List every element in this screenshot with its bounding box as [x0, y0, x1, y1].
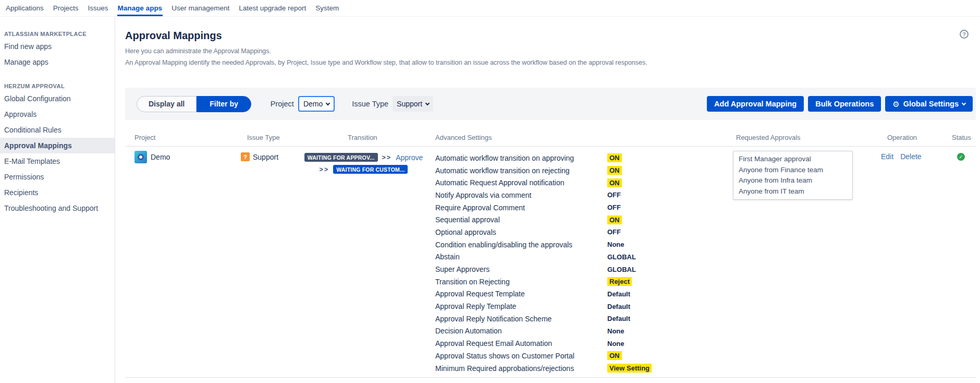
setting-label: Condition enabling/disabling the approva… [435, 241, 607, 249]
add-approval-mapping-button[interactable]: Add Approval Mapping [707, 96, 804, 112]
sidebar-item-troubleshooting[interactable]: Troubleshooting and Support [0, 200, 115, 216]
project-cell: Demo [125, 151, 239, 374]
issue-type-support-icon: ? [241, 152, 250, 161]
display-all-button[interactable]: Display all [137, 96, 197, 112]
approval-mappings-table: Project Issue Type Transition Advanced S… [125, 134, 976, 378]
help-icon[interactable]: ? [960, 30, 969, 39]
setting-value: ON [607, 166, 622, 175]
nav-item-issues[interactable]: Issues [83, 0, 113, 16]
setting-value: Default [607, 303, 630, 310]
advanced-settings-cell: Automatic workflow transition on approvi… [435, 151, 730, 374]
project-select[interactable]: Demo [298, 96, 335, 112]
project-name: Demo [151, 151, 170, 163]
issue-type-filter-label: Issue Type [352, 100, 388, 108]
chevron-down-icon [962, 101, 966, 105]
setting-label: Approval Request Template [435, 290, 607, 298]
sidebar-item-manage-apps[interactable]: Manage apps [0, 54, 115, 70]
setting-value: GLOBAL [607, 266, 636, 273]
table-row: Demo ? Support WAITING FOR APPROV... >> … [125, 147, 976, 378]
sidebar-item-approvals[interactable]: Approvals [0, 106, 115, 122]
chevron-down-icon [425, 101, 430, 105]
col-header-project: Project [125, 134, 239, 142]
requested-approval-item: Anyone from Infra team [739, 175, 847, 186]
page-description-line2: An Approval Mapping identify the needed … [125, 57, 976, 68]
sidebar-item-conditional-rules[interactable]: Conditional Rules [0, 122, 115, 138]
setting-value: ON [607, 216, 622, 224]
transition-cell: WAITING FOR APPROV... >> Approve >> WAIT… [292, 151, 435, 374]
operation-cell: Edit Delete [876, 151, 938, 374]
table-header-row: Project Issue Type Transition Advanced S… [125, 134, 976, 147]
project-avatar [134, 151, 147, 163]
nav-item-applications[interactable]: Applications [1, 0, 48, 16]
nav-item-user-management[interactable]: User management [167, 0, 234, 16]
nav-item-system[interactable]: System [311, 0, 344, 16]
sidebar-item-find-new-apps[interactable]: Find new apps [0, 39, 115, 54]
nav-item-manage-apps[interactable]: Manage apps [113, 0, 167, 16]
col-header-requested-approvals: Requested Approvals [730, 134, 876, 142]
sidebar-item-approval-mappings[interactable]: Approval Mappings [0, 138, 115, 153]
setting-label: Sequential approval [435, 216, 607, 224]
requested-approvals-box: First Manager approval Anyone from Finan… [733, 151, 853, 200]
setting-label: Optional approvals [435, 228, 607, 236]
requested-approval-item: Anyone from Finance team [739, 165, 847, 176]
issue-type-select-value: Support [397, 100, 422, 108]
status-badge-waiting-for-approval: WAITING FOR APPROV... [304, 153, 378, 162]
issue-type-select[interactable]: Support [393, 96, 433, 112]
global-settings-label: Global Settings [903, 100, 959, 108]
setting-label: Automatic workflow transition on rejecti… [435, 166, 607, 175]
sidebar-item-email-templates[interactable]: E-Mail Templates [0, 153, 115, 169]
setting-label: Minimum Required approbations/rejections [435, 364, 607, 373]
setting-label: Notify Approvals via comment [435, 191, 607, 199]
setting-label: Require Approval Comment [435, 204, 607, 212]
filter-by-button[interactable]: Filter by [197, 96, 251, 112]
setting-label: Transition on Rejecting [435, 278, 607, 286]
setting-label: Abstain [435, 253, 607, 261]
status-cell: ✓ [938, 151, 976, 374]
setting-value: Reject [607, 277, 632, 286]
issue-type-cell: ? Support [239, 151, 292, 374]
approve-transition-link[interactable]: Approve [396, 153, 423, 162]
admin-sidebar: ATLASSIAN MARKETPLACE Find new apps Mana… [0, 17, 115, 383]
status-ok-icon: ✓ [957, 153, 965, 161]
col-header-advanced-settings: Advanced Settings [435, 134, 730, 142]
setting-label: Automatic Request Approval notification [435, 178, 607, 187]
delete-link[interactable]: Delete [900, 152, 921, 374]
col-header-issue-type: Issue Type [239, 134, 292, 142]
sidebar-item-permissions[interactable]: Permissions [0, 169, 115, 185]
setting-value: ON [607, 153, 622, 162]
sidebar-section-atlassian-marketplace: ATLASSIAN MARKETPLACE [0, 30, 115, 38]
nav-item-latest-upgrade-report[interactable]: Latest upgrade report [234, 0, 311, 16]
project-select-value: Demo [303, 100, 323, 108]
gear-icon: ⚙ [892, 100, 899, 108]
setting-label: Approval Request Email Automation [435, 339, 607, 348]
sidebar-item-global-configuration[interactable]: Global Configuration [0, 91, 115, 106]
global-settings-button[interactable]: ⚙ Global Settings [885, 96, 973, 112]
setting-label: Automatic workflow transition on approvi… [435, 154, 607, 162]
admin-top-nav: Applications Projects Issues Manage apps… [0, 0, 980, 17]
sidebar-item-recipients[interactable]: Recipients [0, 185, 115, 200]
chevron-down-icon [326, 101, 330, 105]
setting-value: ON [607, 351, 622, 360]
setting-label: Approval Reply Notification Scheme [435, 315, 607, 323]
issue-type-name: Support [253, 151, 278, 163]
setting-label: Decision Automation [435, 327, 607, 335]
transition-arrow: >> [320, 166, 329, 173]
setting-value: GLOBAL [607, 253, 636, 261]
col-header-status: Status [938, 134, 976, 142]
setting-value: OFF [607, 191, 621, 199]
setting-value: OFF [607, 228, 621, 236]
main-content: Approval Mappings ? Here you can adminis… [115, 17, 980, 383]
setting-value: Default [607, 290, 630, 298]
requested-approvals-cell: First Manager approval Anyone from Finan… [730, 151, 876, 374]
transition-arrow: >> [382, 154, 392, 161]
project-filter-label: Project [271, 100, 294, 108]
edit-link[interactable]: Edit [881, 152, 893, 374]
setting-label: Approval Reply Template [435, 302, 607, 310]
setting-label: Approval Status shows on Customer Portal [435, 352, 607, 360]
nav-item-projects[interactable]: Projects [48, 0, 83, 16]
view-setting-link[interactable]: View Setting [607, 364, 652, 373]
page-description-line1: Here you can administrate the Approval M… [125, 45, 976, 57]
bulk-operations-button[interactable]: Bulk Operations [808, 96, 881, 112]
setting-value: Default [607, 315, 630, 322]
requested-approval-item: First Manager approval [739, 154, 847, 165]
